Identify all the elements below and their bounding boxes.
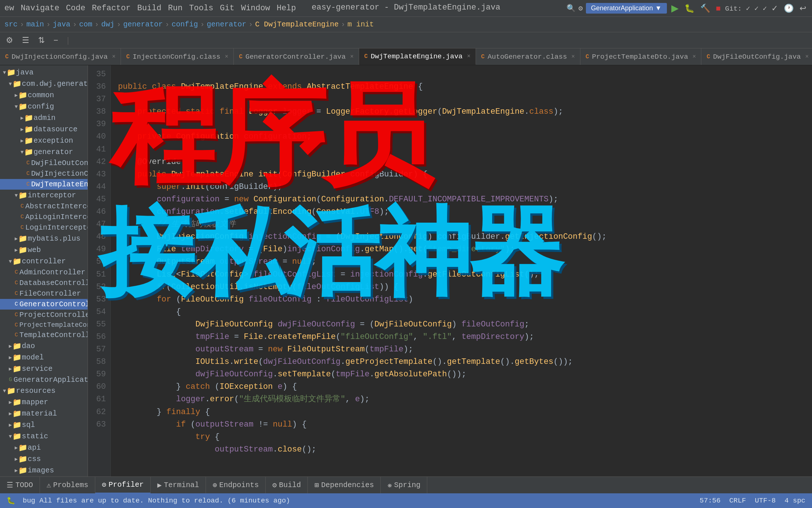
sidebar-item-static[interactable]: ▼ 📁 static bbox=[0, 431, 88, 442]
bottom-tab-problems[interactable]: ⚠ Problems bbox=[40, 477, 95, 493]
bc-generator2[interactable]: generator bbox=[207, 20, 246, 29]
tab-close-icon[interactable]: × bbox=[112, 54, 116, 60]
settings-icon[interactable]: ⚙ bbox=[579, 4, 583, 13]
tab-close-icon[interactable]: × bbox=[467, 53, 470, 60]
undo-icon[interactable]: ↩ bbox=[798, 2, 808, 15]
bc-java[interactable]: java bbox=[53, 20, 70, 29]
sidebar-item-admincontroller[interactable]: C AdminController bbox=[0, 267, 88, 278]
sidebar-item-exception[interactable]: ▶ 📁 exception bbox=[0, 135, 88, 146]
bc-main[interactable]: main bbox=[26, 20, 44, 29]
sidebar-item-controller[interactable]: ▼ 📁 controller bbox=[0, 256, 88, 267]
settings-gear-icon[interactable]: ⚙ bbox=[4, 34, 15, 47]
menu-item-tools[interactable]: Tools bbox=[189, 4, 213, 13]
sidebar-item-api[interactable]: ▶ 📁 api bbox=[0, 442, 88, 453]
sidebar-item-login[interactable]: C LoginInterceptor bbox=[0, 222, 88, 233]
menu-item-ew[interactable]: ew bbox=[4, 4, 14, 13]
minus-icon[interactable]: − bbox=[52, 34, 60, 47]
sidebar-item-generatorcontroller[interactable]: C GeneratorController bbox=[0, 299, 88, 310]
tab-dwjtemplateengine[interactable]: C DwjTemplateEngine.java × bbox=[359, 48, 476, 65]
sidebar-item-dao[interactable]: ▶ 📁 dao bbox=[0, 340, 88, 352]
sidebar-item-mybatis[interactable]: ▶ 📁 mybatis.plus bbox=[0, 233, 88, 244]
sidebar-item-filecontroller[interactable]: C FileController bbox=[0, 288, 88, 299]
sidebar-item-java[interactable]: ▼ 📁 java bbox=[0, 67, 88, 78]
search-icon[interactable]: 🔍 bbox=[566, 4, 576, 13]
menu-item-window[interactable]: Window bbox=[241, 4, 270, 13]
bottom-tab-dependencies[interactable]: ⊞ Dependencies bbox=[308, 477, 381, 493]
sort-icon[interactable]: ⇅ bbox=[37, 34, 46, 47]
tab-dwjfileoutconfig[interactable]: C DwjFileOutConfig.java × bbox=[701, 48, 812, 65]
sidebar-item-projecttemplatecontroller[interactable]: C ProjectTemplateController bbox=[0, 320, 88, 330]
tab-injectionconfig[interactable]: C InjectionConfig.class × bbox=[121, 48, 234, 65]
sidebar-item-projectcontroller[interactable]: C ProjectController bbox=[0, 310, 88, 320]
run-button[interactable]: ▶ bbox=[670, 1, 680, 15]
bc-method[interactable]: m init bbox=[347, 20, 374, 29]
tab-dwjinjectionconfig[interactable]: C DwjInjectionConfig.java × bbox=[0, 48, 121, 65]
git-checkmark[interactable]: ✓ bbox=[770, 2, 779, 15]
code-content[interactable]: public class DwjTemplateEngine extends A… bbox=[111, 65, 812, 476]
menu-item-navigate[interactable]: Navigate bbox=[21, 4, 59, 13]
sidebar-item-mapper[interactable]: ▶ 📁 mapper bbox=[0, 396, 88, 408]
clock-icon[interactable]: 🕐 bbox=[782, 2, 795, 15]
sidebar-item-apilogin[interactable]: C ApiLoginInterceptor bbox=[0, 212, 88, 222]
sidebar-item-generatorapp[interactable]: G GeneratorApplication bbox=[0, 374, 88, 385]
bottom-tab-terminal[interactable]: ▶ Terminal bbox=[151, 477, 206, 493]
sidebar-item-dwjfileoutconfig[interactable]: C DwjFileOutConfig bbox=[0, 158, 88, 168]
tab-autogenerator[interactable]: C AutoGenerator.class × bbox=[476, 48, 580, 65]
sidebar-item-web[interactable]: ▶ 📁 web bbox=[0, 244, 88, 256]
tab-close-icon[interactable]: × bbox=[805, 54, 809, 60]
bc-src[interactable]: src bbox=[4, 20, 18, 29]
menu-item-help[interactable]: Help bbox=[277, 4, 296, 13]
run-config-button[interactable]: GeneratorApplication ▼ bbox=[586, 3, 667, 14]
sidebar[interactable]: ▼ 📁 java ▼ 📁 com.dwj.generator ▶ 📁 commo… bbox=[0, 65, 88, 476]
sidebar-item-admin[interactable]: ▶ 📁 admin bbox=[0, 112, 88, 124]
list-icon[interactable]: ☰ bbox=[21, 34, 31, 47]
sidebar-item-material[interactable]: ▶ 📁 material bbox=[0, 408, 88, 419]
stop-button[interactable]: ■ bbox=[715, 2, 722, 15]
tab-close-icon[interactable]: × bbox=[571, 54, 575, 60]
bottom-tab-spring[interactable]: ❋ Spring bbox=[381, 477, 427, 493]
bc-com[interactable]: com bbox=[79, 20, 92, 29]
menu-item-code[interactable]: Code bbox=[66, 4, 85, 13]
sidebar-item-config[interactable]: ▼ 📁 config bbox=[0, 101, 88, 112]
run-dropdown-icon[interactable]: ▼ bbox=[655, 4, 662, 12]
sidebar-item-resources[interactable]: ▼ 📁 resources bbox=[0, 385, 88, 396]
menu-item-refactor[interactable]: Refactor bbox=[92, 4, 131, 13]
sidebar-item-templatecontroller[interactable]: C TemplateController bbox=[0, 330, 88, 340]
menu-item-git[interactable]: Git bbox=[220, 4, 235, 13]
sidebar-item-dwjinjectionconfig[interactable]: C DwjInjectionConfig bbox=[0, 168, 88, 179]
build-button[interactable]: 🔨 bbox=[699, 2, 712, 15]
tab-close-icon[interactable]: × bbox=[693, 54, 696, 60]
tab-generatorcontroller[interactable]: C GeneratorController.java × bbox=[234, 48, 359, 65]
bc-generator[interactable]: generator bbox=[123, 20, 163, 29]
menu-item-run[interactable]: Run bbox=[168, 4, 182, 13]
sidebar-item-dwjtemplateengine[interactable]: C DwjTemplateEngine bbox=[0, 179, 88, 190]
sidebar-item-service[interactable]: ▶ 📁 service bbox=[0, 363, 88, 374]
sidebar-item-abstract[interactable]: C AbstractInterceptor bbox=[0, 201, 88, 212]
bc-class[interactable]: C DwjTemplateEngine bbox=[255, 20, 339, 29]
sidebar-item-js[interactable]: ▶ 📁 js bbox=[0, 476, 88, 476]
arrow-icon: ▼ bbox=[3, 70, 6, 76]
menu-item-build[interactable]: Build bbox=[137, 4, 161, 13]
debug-button[interactable]: 🐛 bbox=[683, 2, 696, 15]
sidebar-item-css[interactable]: ▶ 📁 css bbox=[0, 453, 88, 465]
bc-config[interactable]: config bbox=[171, 20, 198, 29]
tab-projecttemplatedto[interactable]: C ProjectTemplateDto.java × bbox=[580, 48, 701, 65]
sidebar-item-model[interactable]: ▶ 📁 model bbox=[0, 352, 88, 363]
sidebar-item-label: images bbox=[27, 466, 54, 475]
sidebar-item-databasecontroller[interactable]: C DatabaseController bbox=[0, 278, 88, 288]
sidebar-item-sql[interactable]: ▶ 📁 sql bbox=[0, 419, 88, 431]
sidebar-item-datasource[interactable]: ▶ 📁 datasource bbox=[0, 124, 88, 135]
bottom-tab-build[interactable]: ⚙ Build bbox=[266, 477, 308, 493]
sidebar-item-images[interactable]: ▶ 📁 images bbox=[0, 465, 88, 476]
bottom-tab-todo[interactable]: ☰ TODO bbox=[0, 477, 40, 493]
sidebar-item-comdwj[interactable]: ▼ 📁 com.dwj.generator bbox=[0, 78, 88, 89]
sidebar-item-common[interactable]: ▶ 📁 common bbox=[0, 89, 88, 101]
sidebar-item-generator[interactable]: ▼ 📁 generator bbox=[0, 146, 88, 158]
code-area[interactable]: 3536373839404142434445464748495051525354… bbox=[88, 65, 812, 476]
bottom-tab-profiler[interactable]: ⊙ Profiler bbox=[95, 477, 151, 493]
bottom-tab-endpoints[interactable]: ⊕ Endpoints bbox=[206, 477, 266, 493]
bc-dwj[interactable]: dwj bbox=[101, 20, 114, 29]
sidebar-item-interceptor[interactable]: ▼ 📁 interceptor bbox=[0, 190, 88, 201]
tab-close-icon[interactable]: × bbox=[350, 54, 354, 60]
tab-close-icon[interactable]: × bbox=[225, 54, 229, 60]
